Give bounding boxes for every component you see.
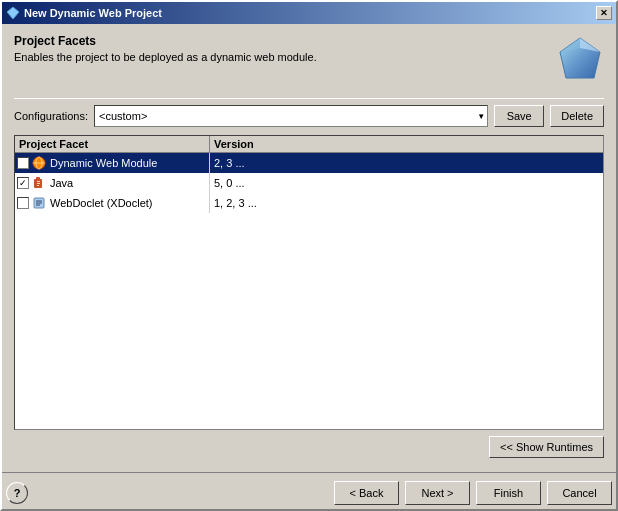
page-subtitle: Enables the project to be deployed as a … (14, 51, 546, 63)
finish-button[interactable]: Finish (476, 481, 541, 505)
cancel-button[interactable]: Cancel (547, 481, 612, 505)
svg-marker-0 (7, 7, 19, 19)
facets-header: Project Facet Version (15, 136, 603, 153)
facet-name-cell: Dynamic Web Module (15, 153, 210, 173)
config-select[interactable]: <custom> (94, 105, 488, 127)
config-label: Configurations: (14, 110, 88, 122)
show-runtimes-button[interactable]: << Show Runtimes (489, 436, 604, 458)
facet-name: WebDoclet (XDoclet) (50, 197, 153, 209)
webdoclet-icon (31, 195, 47, 211)
footer-left: ? (6, 482, 28, 504)
close-button[interactable]: ✕ (596, 6, 612, 20)
facets-body: Dynamic Web Module 2, 3 ... (15, 153, 603, 429)
java-icon (31, 175, 47, 191)
facet-version: 2, 3 ... (210, 153, 603, 173)
config-row: Configurations: <custom> Save Delete (14, 105, 604, 127)
footer-area: ? < Back Next > Finish Cancel (2, 472, 616, 509)
svg-rect-10 (37, 183, 40, 184)
facet-name-cell: WebDoclet (XDoclet) (15, 193, 210, 213)
facet-name: Java (50, 177, 73, 189)
window-title: New Dynamic Web Project (24, 7, 162, 19)
facet-version: 5, 0 ... (210, 173, 603, 193)
col-header-version: Version (210, 136, 603, 152)
webmodule-icon (31, 155, 47, 171)
header-divider (14, 98, 604, 99)
facet-version: 1, 2, 3 ... (210, 193, 603, 213)
diamond-icon (556, 34, 604, 82)
facet-checkbox[interactable] (17, 177, 29, 189)
facet-name-cell: Java (15, 173, 210, 193)
table-row[interactable]: Dynamic Web Module 2, 3 ... (15, 153, 603, 173)
save-button[interactable]: Save (494, 105, 544, 127)
content-area: Project Facets Enables the project to be… (2, 24, 616, 468)
title-bar: New Dynamic Web Project ✕ (2, 2, 616, 24)
window-icon (6, 6, 20, 20)
svg-rect-11 (37, 185, 39, 186)
page-title: Project Facets (14, 34, 546, 48)
help-button[interactable]: ? (6, 482, 28, 504)
facet-checkbox[interactable] (17, 157, 29, 169)
facets-panel: Project Facet Version (14, 135, 604, 430)
footer-buttons: < Back Next > Finish Cancel (334, 481, 612, 505)
config-select-wrapper[interactable]: <custom> (94, 105, 488, 127)
header-section: Project Facets Enables the project to be… (14, 34, 604, 82)
svg-rect-9 (37, 181, 40, 182)
facet-checkbox[interactable] (17, 197, 29, 209)
next-button[interactable]: Next > (405, 481, 470, 505)
title-bar-left: New Dynamic Web Project (6, 6, 162, 20)
back-button[interactable]: < Back (334, 481, 399, 505)
svg-rect-8 (36, 177, 40, 180)
col-header-name: Project Facet (15, 136, 210, 152)
show-runtimes-area: << Show Runtimes (14, 430, 604, 458)
dialog-window: New Dynamic Web Project ✕ Project Facets… (0, 0, 618, 511)
table-row[interactable]: WebDoclet (XDoclet) 1, 2, 3 ... (15, 193, 603, 213)
header-text: Project Facets Enables the project to be… (14, 34, 546, 63)
facet-name: Dynamic Web Module (50, 157, 157, 169)
delete-button[interactable]: Delete (550, 105, 604, 127)
table-row[interactable]: Java 5, 0 ... (15, 173, 603, 193)
